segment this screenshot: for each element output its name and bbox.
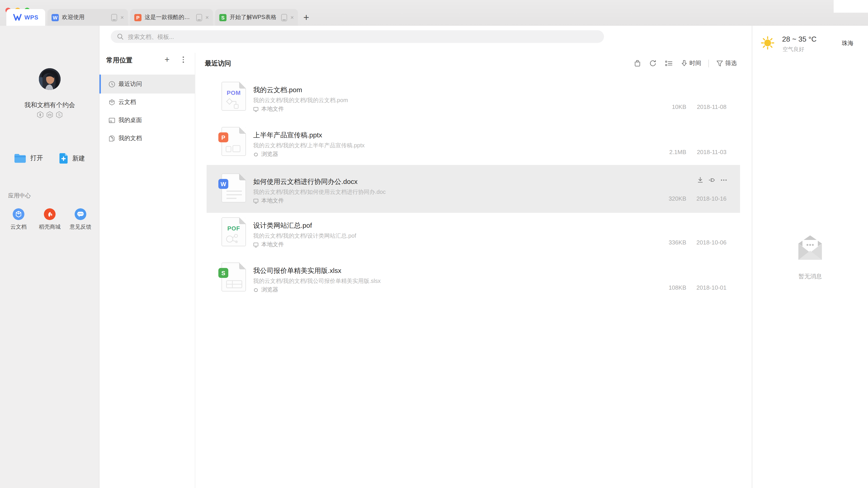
- sidebar-item-label: 我的文档: [119, 134, 142, 142]
- username: 我和文档有个约会: [0, 101, 99, 109]
- device-roaming-icon: [112, 14, 117, 21]
- local-file-icon: [253, 242, 258, 248]
- close-tab-icon[interactable]: ×: [121, 14, 124, 20]
- wps-logo-icon: [13, 14, 22, 21]
- file-row[interactable]: POM 我的云文档.pom 我的云文档/我的文档/我的云文档.pom 本地文件 …: [207, 73, 740, 121]
- file-path: 我的云文档/我的文档/设计类网站汇总.pof: [253, 232, 356, 240]
- docx-file-icon: W: [221, 173, 246, 202]
- open-file-button[interactable]: 打开: [14, 153, 43, 163]
- desktop-icon: [108, 117, 115, 124]
- app-label: 云文档: [4, 223, 33, 231]
- filter-funnel-icon[interactable]: [716, 60, 723, 67]
- app-label: 稻壳商城: [35, 223, 64, 231]
- tab-strip: WPS W 欢迎使用 × P 这是一款很酷的办... × S 开始了解WPS表格…: [6, 9, 309, 26]
- close-tab-icon[interactable]: ×: [290, 14, 294, 20]
- file-row[interactable]: S 我公司报价单精美实用版.xlsx 我的云文档/我的文档/我公司报价单精美实用…: [207, 254, 740, 302]
- tab-label: 欢迎使用: [62, 13, 108, 21]
- file-source: 本地文件: [253, 197, 284, 205]
- close-tab-icon[interactable]: ×: [206, 14, 209, 20]
- add-location-button[interactable]: +: [164, 55, 169, 65]
- wps-home-window: WPS W 欢迎使用 × P 这是一款很酷的办... × S 开始了解WPS表格…: [0, 0, 868, 488]
- file-source: 浏览器: [253, 151, 278, 158]
- tab-presentation-doc[interactable]: P 这是一款很酷的办... ×: [130, 9, 213, 26]
- sidebar-item-label: 最近访问: [119, 80, 142, 88]
- sidebar-item-desktop[interactable]: 我的桌面: [99, 111, 195, 129]
- file-path: 我的云文档/我的文档/如何使用云文档进行协同办.doc: [253, 188, 385, 196]
- messages-empty-state: 暂无消息: [752, 234, 868, 281]
- toolbar-divider: [708, 59, 709, 67]
- file-size: 320KB: [669, 195, 686, 202]
- pom-file-icon: POM: [221, 82, 246, 111]
- new-tab-button[interactable]: +: [303, 12, 309, 23]
- refresh-icon[interactable]: [649, 60, 657, 67]
- browser-link-icon: [253, 152, 258, 157]
- new-document-icon: [59, 153, 68, 164]
- file-date: 2018-10-01: [696, 284, 726, 291]
- local-file-icon: [253, 198, 258, 203]
- member-badges: S: [0, 111, 99, 119]
- app-feedback[interactable]: 意见反馈: [66, 208, 95, 231]
- new-label: 新建: [72, 154, 85, 162]
- pin-icon[interactable]: [708, 177, 715, 183]
- tab-welcome-doc[interactable]: W 欢迎使用 ×: [48, 9, 128, 26]
- info-panel: 28 ~ 35 °C 空气良好 珠海 暂无消息: [752, 26, 868, 488]
- list-view-icon[interactable]: [665, 60, 673, 67]
- clock-icon: [108, 80, 115, 88]
- file-size: 336KB: [669, 239, 686, 246]
- search-input[interactable]: [127, 33, 604, 40]
- folder-icon: [14, 153, 26, 163]
- new-file-button[interactable]: 新建: [59, 153, 85, 164]
- app-cloud-docs[interactable]: 云文档: [4, 208, 33, 231]
- user-avatar[interactable]: [39, 68, 61, 90]
- file-name: 设计类网站汇总.pof: [253, 221, 312, 230]
- file-path: 我的云文档/我的文档/我公司报价单精美实用版.slsx: [253, 278, 381, 285]
- file-size: 108KB: [669, 284, 686, 291]
- local-file-icon: [253, 106, 258, 112]
- clear-records-icon[interactable]: [634, 60, 641, 67]
- more-options-icon[interactable]: [720, 177, 727, 183]
- svip-badge-icon[interactable]: S: [56, 111, 63, 119]
- sidebar-item-recent[interactable]: 最近访问: [99, 74, 195, 94]
- documents-icon: [108, 135, 115, 142]
- screen-corner-notch: [834, 0, 868, 13]
- top-strip: [99, 26, 752, 53]
- file-row-selected[interactable]: W 如何使用云文档进行协同办公.docx 我的云文档/我的文档/如何使用云文档进…: [207, 165, 740, 213]
- docer-mall-icon: [44, 208, 56, 220]
- open-label: 打开: [30, 154, 43, 162]
- section-title: 最近访问: [205, 59, 231, 68]
- xlsx-file-icon: S: [221, 263, 246, 291]
- file-date: 2018-11-08: [697, 103, 726, 110]
- sidebar-item-documents[interactable]: 我的文档: [99, 129, 195, 147]
- download-icon[interactable]: [697, 177, 704, 183]
- sort-by-time-button[interactable]: 时间: [689, 59, 701, 67]
- sidebar-item-cloud-docs[interactable]: 云文档: [99, 93, 195, 111]
- app-center-title: 应用中心: [8, 192, 31, 200]
- file-path: 我的云文档/我的文档/上半年产品宣传稿.pptx: [253, 142, 365, 150]
- sort-down-arrow-icon[interactable]: [681, 60, 688, 67]
- file-date: 2018-10-16: [696, 195, 726, 202]
- locations-menu-button[interactable]: [183, 57, 184, 63]
- locations-panel: 常用位置 + 最近访问 云文档 我的桌面: [99, 26, 195, 488]
- cloud-docs-icon: [13, 208, 24, 220]
- filter-button[interactable]: 筛选: [725, 59, 737, 67]
- file-name: 如何使用云文档进行协同办公.docx: [253, 177, 358, 186]
- cube-icon: [108, 99, 115, 105]
- pof-file-icon: POF: [221, 217, 246, 246]
- file-row[interactable]: P 上半年产品宣传稿.pptx 我的云文档/我的文档/上半年产品宣传稿.pptx…: [207, 119, 740, 166]
- tab-spreadsheet-doc[interactable]: S 开始了解WPS表格 ×: [215, 9, 298, 26]
- search-bar[interactable]: [111, 30, 604, 43]
- tab-label: WPS: [24, 14, 38, 21]
- file-path: 我的云文档/我的文档/我的云文档.pom: [253, 97, 348, 104]
- wps-vip-badge-icon[interactable]: [37, 111, 44, 119]
- city-name[interactable]: 珠海: [842, 39, 854, 47]
- tab-label: 开始了解WPS表格: [230, 13, 278, 21]
- file-size: 2.1MB: [669, 149, 686, 156]
- locations-title: 常用位置: [106, 56, 132, 65]
- writer-doc-icon: W: [52, 14, 59, 21]
- app-docer-mall[interactable]: 稻壳商城: [35, 208, 64, 231]
- tab-wps-home[interactable]: WPS: [6, 9, 45, 26]
- docer-vip-badge-icon[interactable]: [46, 111, 53, 119]
- file-row[interactable]: POF 设计类网站汇总.pof 我的云文档/我的文档/设计类网站汇总.pof 本…: [207, 209, 740, 257]
- list-toolbar: 时间 筛选: [634, 58, 737, 68]
- device-roaming-icon: [281, 14, 287, 21]
